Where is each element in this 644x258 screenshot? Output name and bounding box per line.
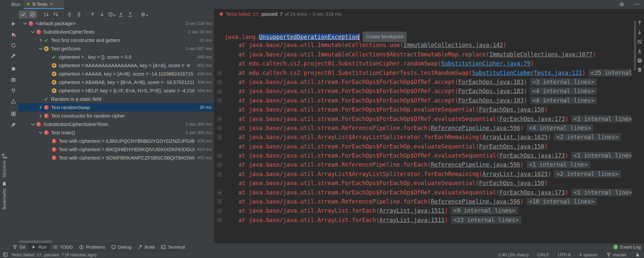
- tab-bar-settings-gear-icon[interactable]: [619, 2, 625, 7]
- test-tree-row[interactable]: ✕ciphertext = HELP, key = {L=F, E=A, H=S…: [18, 86, 214, 95]
- fold-expand-icon[interactable]: +: [217, 163, 222, 167]
- collapse-all-button[interactable]: [75, 10, 83, 18]
- hide-toolwindow-icon[interactable]: —: [634, 1, 639, 6]
- clear-all-button[interactable]: [637, 67, 643, 73]
- exception-class-link[interactable]: UnsupportedOperationException: [259, 34, 359, 40]
- toolwindow-button-problems[interactable]: Problems: [76, 244, 108, 251]
- scroll-to-end-button[interactable]: [637, 48, 643, 54]
- test-tree-row[interactable]: !Test with ciphertext = ILBNUPQCNYBNBGIY…: [18, 137, 214, 145]
- expand-all-button[interactable]: [65, 10, 74, 18]
- test-tree-row[interactable]: !Test constructor for random cipher: [18, 112, 214, 120]
- test-tree-row[interactable]: !Test with ciphertext = BIKQIHIEHYIERKQI…: [18, 145, 214, 154]
- test-tree-row[interactable]: ✔Test first constructor and getters31 ms: [18, 36, 214, 44]
- next-failed-test-button[interactable]: [98, 10, 106, 18]
- toolwindow-button-run[interactable]: Run: [28, 244, 50, 251]
- print-button[interactable]: [637, 58, 643, 64]
- rerun-button[interactable]: [11, 21, 17, 27]
- encoding-indicator[interactable]: UTF-8: [558, 252, 570, 257]
- folded-lines-chip[interactable]: <4 internal lines>: [530, 97, 597, 104]
- fold-expand-icon[interactable]: +: [217, 126, 222, 130]
- source-location-link[interactable]: ForEachOps.java:150: [479, 143, 544, 150]
- import-test-results-button[interactable]: [117, 10, 125, 18]
- toolwindow-button-git[interactable]: Git: [9, 244, 28, 251]
- source-location-link[interactable]: ReferencePipeline.java:596: [431, 198, 520, 205]
- show-ignored-button[interactable]: [28, 10, 37, 18]
- chevron-right-icon[interactable]: [38, 104, 43, 110]
- test-tree-row[interactable]: !SubstitutionCipherTests2 sec 18 ms: [18, 28, 214, 36]
- git-branch-widget[interactable]: master: [606, 252, 627, 257]
- fold-expand-icon[interactable]: +: [217, 117, 222, 121]
- test-history-button[interactable]: [107, 10, 116, 18]
- indent-indicator[interactable]: 4 spaces: [580, 252, 598, 257]
- folded-lines-chip[interactable]: <35 internal lines>: [589, 69, 632, 77]
- folded-lines-chip[interactable]: <3 internal lines>: [530, 78, 597, 86]
- source-location-link[interactable]: ForEachOps.java:173: [500, 152, 565, 159]
- chevron-down-icon[interactable]: [30, 29, 36, 35]
- rerun-failed-tests-button[interactable]: [11, 32, 17, 38]
- line-ending-indicator[interactable]: CRLF: [537, 252, 549, 257]
- fold-expand-icon[interactable]: +: [217, 218, 222, 222]
- stripe-button-structure[interactable]: Structure: [1, 154, 8, 178]
- status-message[interactable]: Tests failed: 17, passed: 7 (6 minutes a…: [11, 252, 97, 257]
- source-location-link[interactable]: ForEachOps.java:173: [500, 116, 565, 122]
- test-tree-row[interactable]: !<default package>3 sec 318 ms: [18, 19, 214, 28]
- fold-expand-icon[interactable]: +: [217, 98, 222, 103]
- chevron-down-icon[interactable]: [22, 20, 28, 26]
- stop-button[interactable]: [11, 66, 17, 72]
- folded-lines-chip[interactable]: <4 internal lines>: [530, 87, 597, 95]
- source-location-link[interactable]: ArrayList.java:1625: [482, 171, 548, 177]
- close-tab-icon[interactable]: ✕: [50, 2, 53, 7]
- folded-lines-chip[interactable]: <2 internal lines>: [554, 170, 620, 178]
- toolwindow-button-build[interactable]: Build: [135, 244, 158, 251]
- chevron-down-icon[interactable]: [30, 121, 36, 127]
- source-location-link[interactable]: ReferencePipeline.java:596: [431, 125, 520, 131]
- test-settings-button[interactable]: [11, 53, 17, 59]
- source-location-link[interactable]: ForEachOps.java:183: [458, 97, 523, 104]
- toolwindow-button-debug[interactable]: Debug: [108, 244, 135, 251]
- previous-failed-test-button[interactable]: [88, 10, 97, 18]
- sort-alphabetically-button[interactable]: [42, 10, 51, 18]
- chevron-down-icon[interactable]: [38, 46, 43, 51]
- folded-lines-chip[interactable]: <1 internal line>: [571, 115, 632, 123]
- test-tree-row[interactable]: !Test randomSwap30 ms: [18, 103, 214, 112]
- import-tests-button[interactable]: [11, 98, 17, 104]
- fold-expand-icon[interactable]: +: [217, 71, 222, 75]
- source-location-link[interactable]: ForEachOps.java:173: [500, 189, 565, 196]
- source-location-link[interactable]: SubstitutionCipher.java:79: [441, 60, 531, 67]
- fold-expand-icon[interactable]: +: [217, 154, 222, 158]
- toggle-auto-test-button[interactable]: [11, 43, 17, 49]
- test-tree-row[interactable]: !SubstitutionCipherSolverTests1 sec 300 …: [18, 120, 214, 128]
- event-log-button[interactable]: 2 Event Log: [613, 243, 641, 251]
- fold-expand-icon[interactable]: +: [217, 209, 222, 213]
- source-location-link[interactable]: ImmutableCollections.java:142: [403, 42, 503, 48]
- up-the-stack-trace-button[interactable]: [637, 20, 643, 26]
- sort-by-duration-button[interactable]: [51, 10, 60, 18]
- chevron-right-icon[interactable]: [38, 113, 43, 119]
- fold-expand-icon[interactable]: +: [217, 200, 222, 204]
- source-location-link[interactable]: ForEachOps.java:150: [479, 106, 544, 113]
- stripe-button-bookmarks[interactable]: Bookmarks: [1, 181, 8, 210]
- tree-horizontal-scrollbar[interactable]: [19, 241, 52, 243]
- folded-lines-chip[interactable]: <1 internal line>: [571, 152, 632, 159]
- thread-dump-button[interactable]: [11, 77, 17, 83]
- source-location-link[interactable]: ForEachOps.java:183: [458, 88, 523, 94]
- test-tree-row[interactable]: !Test main()1 sec 300 ms: [18, 128, 214, 137]
- fold-expand-icon[interactable]: +: [217, 190, 222, 195]
- test-tree-row[interactable]: ✕ciphertext = ABABAB, key = {B=A, A=B}, …: [18, 78, 214, 86]
- show-passed-button[interactable]: [19, 10, 28, 18]
- fold-expand-icon[interactable]: +: [217, 80, 222, 84]
- folded-lines-chip[interactable]: <9 internal lines>: [451, 207, 517, 214]
- toolwindow-button-todo[interactable]: TODO: [50, 244, 76, 251]
- folded-lines-chip[interactable]: <10 internal lines>: [527, 198, 597, 205]
- test-tree-row[interactable]: ✔Random is a static field: [18, 95, 214, 103]
- down-the-stack-trace-button[interactable]: [637, 30, 643, 36]
- test-tree-row[interactable]: ✔ciphertext = , key = {}, score = 0.0448…: [18, 53, 214, 61]
- export-test-results-button[interactable]: [126, 10, 135, 18]
- folded-lines-chip[interactable]: <23 internal lines>: [451, 216, 521, 224]
- chevron-right-icon[interactable]: [38, 37, 43, 43]
- fold-expand-icon[interactable]: +: [217, 172, 222, 176]
- toolwindow-button-terminal[interactable]: Terminal: [158, 244, 188, 251]
- toolwindow-switcher-icon[interactable]: [3, 252, 8, 257]
- folded-lines-chip[interactable]: <4 internal lines>: [527, 124, 593, 132]
- attach-debugger-button[interactable]: [11, 88, 17, 94]
